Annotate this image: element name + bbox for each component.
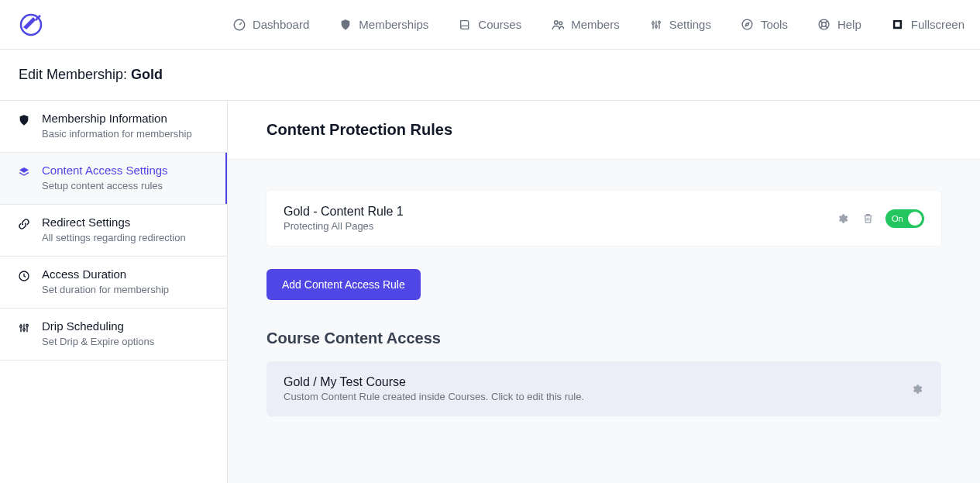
- shield-icon: [17, 113, 31, 127]
- svg-point-2: [555, 20, 559, 24]
- fullscreen-icon: [891, 18, 905, 32]
- svg-point-13: [20, 326, 22, 328]
- rule-actions: On: [836, 209, 924, 228]
- add-content-access-rule-button[interactable]: Add Content Access Rule: [266, 269, 421, 300]
- nav-label: Dashboard: [253, 18, 309, 31]
- content-panel: Content Protection Rules Gold - Content …: [228, 101, 980, 483]
- section-header: Content Protection Rules: [228, 101, 980, 160]
- sidebar-item-access-duration[interactable]: Access Duration Set duration for members…: [0, 257, 227, 309]
- sidebar-item-membership-information[interactable]: Membership Information Basic information…: [0, 101, 227, 153]
- page-title-name: Gold: [131, 67, 163, 82]
- compass-icon: [741, 18, 755, 32]
- lifering-icon: [817, 18, 831, 32]
- sidebar-item-label: Membership Information: [42, 112, 192, 125]
- gear-icon[interactable]: [836, 212, 850, 226]
- svg-point-9: [822, 22, 827, 27]
- users-icon: [551, 18, 565, 32]
- page-title: Edit Membership: Gold: [19, 67, 968, 83]
- sidebar-item-sublabel: Set Drip & Expire options: [42, 336, 154, 347]
- svg-point-4: [652, 22, 654, 24]
- sidebar-item-redirect-settings[interactable]: Redirect Settings All settings regarding…: [0, 205, 227, 257]
- sidebar-item-sublabel: Basic information for membership: [42, 128, 192, 140]
- sidebar-item-label: Drip Scheduling: [42, 319, 154, 333]
- rule-subtitle: Protecting All Pages: [284, 220, 404, 232]
- course-section-title: Course Content Access: [266, 329, 941, 347]
- rule-toggle[interactable]: On: [885, 209, 924, 228]
- gear-icon[interactable]: [910, 382, 924, 396]
- shield-icon: [339, 18, 352, 32]
- page-title-bar: Edit Membership: Gold: [0, 50, 980, 101]
- nav-courses[interactable]: Courses: [458, 18, 521, 32]
- course-content-access-section: Course Content Access Gold / My Test Cou…: [266, 329, 941, 416]
- svg-rect-11: [896, 22, 900, 26]
- course-rule-subtitle: Custom Content Rule created inside Cours…: [284, 391, 584, 402]
- svg-point-3: [559, 21, 562, 24]
- rule-card: Gold - Content Rule 1 Protecting All Pag…: [266, 191, 941, 246]
- svg-point-7: [743, 19, 753, 29]
- sidebar-item-sublabel: All settings regarding redirection: [42, 232, 186, 243]
- nav-label: Courses: [478, 18, 521, 31]
- course-rule-card[interactable]: Gold / My Test Course Custom Content Rul…: [266, 361, 941, 416]
- sliders-icon: [17, 321, 31, 335]
- nav-dashboard[interactable]: Dashboard: [232, 18, 309, 32]
- layers-icon: [17, 165, 31, 179]
- svg-point-15: [26, 324, 29, 326]
- sidebar-item-label: Content Access Settings: [42, 164, 168, 177]
- toggle-label: On: [892, 214, 903, 223]
- topbar: Dashboard Memberships Courses Members Se…: [0, 0, 980, 50]
- nav-help[interactable]: Help: [817, 18, 861, 32]
- toggle-knob: [908, 212, 922, 226]
- nav-tools[interactable]: Tools: [741, 18, 788, 32]
- nav-label: Tools: [761, 18, 788, 31]
- nav-label: Memberships: [359, 18, 428, 31]
- book-icon: [458, 18, 472, 32]
- sidebar-item-drip-scheduling[interactable]: Drip Scheduling Set Drip & Expire option…: [0, 309, 227, 361]
- svg-point-6: [658, 21, 660, 23]
- nav-label: Help: [837, 18, 861, 31]
- settings-sidebar: Membership Information Basic information…: [0, 101, 228, 483]
- sidebar-item-sublabel: Set duration for membership: [42, 284, 169, 295]
- trash-icon[interactable]: [861, 212, 875, 226]
- section-title: Content Protection Rules: [266, 121, 941, 139]
- top-nav: Dashboard Memberships Courses Members Se…: [232, 18, 965, 32]
- app-logo[interactable]: [19, 12, 43, 37]
- nav-label: Fullscreen: [911, 18, 965, 31]
- course-rule-title: Gold / My Test Course: [284, 375, 584, 389]
- main-area: Membership Information Basic information…: [0, 101, 980, 483]
- page-title-prefix: Edit Membership:: [19, 67, 131, 82]
- nav-settings[interactable]: Settings: [649, 18, 711, 32]
- nav-fullscreen[interactable]: Fullscreen: [891, 18, 965, 32]
- nav-label: Members: [571, 18, 620, 31]
- content-body: Gold - Content Rule 1 Protecting All Pag…: [228, 160, 980, 447]
- gauge-icon: [232, 18, 246, 32]
- nav-label: Settings: [669, 18, 711, 31]
- nav-members[interactable]: Members: [551, 18, 620, 32]
- rule-title: Gold - Content Rule 1: [284, 205, 404, 219]
- sidebar-item-content-access-settings[interactable]: Content Access Settings Setup content ac…: [0, 153, 227, 205]
- svg-point-14: [23, 329, 26, 331]
- nav-memberships[interactable]: Memberships: [339, 18, 428, 32]
- sliders-icon: [649, 18, 663, 32]
- sidebar-item-label: Redirect Settings: [42, 216, 186, 229]
- svg-point-5: [655, 25, 657, 27]
- sidebar-item-label: Access Duration: [42, 267, 169, 281]
- sidebar-item-sublabel: Setup content access rules: [42, 180, 168, 191]
- link-icon: [17, 217, 31, 231]
- clock-icon: [17, 269, 31, 283]
